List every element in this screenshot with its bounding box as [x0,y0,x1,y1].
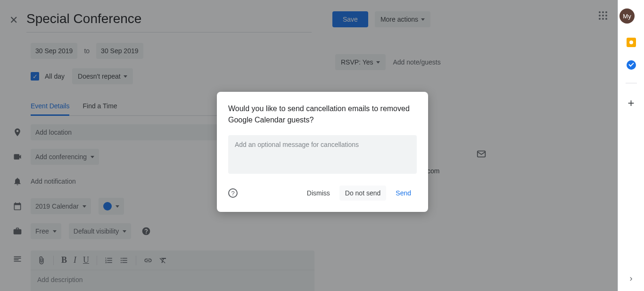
help-icon[interactable]: ? [228,188,238,198]
do-not-send-button[interactable]: Do not send [339,186,387,201]
cancellation-message-input[interactable] [228,135,417,174]
tasks-icon[interactable] [627,60,636,70]
dismiss-button[interactable]: Dismiss [301,186,336,201]
send-button[interactable]: Send [390,186,417,201]
cancellation-modal: Would you like to send cancellation emai… [217,92,428,212]
keep-icon[interactable] [627,38,636,47]
side-panel: + › [618,0,644,291]
modal-title: Would you like to send cancellation emai… [228,103,417,126]
divider [626,83,637,83]
add-addon-icon[interactable]: + [627,97,634,110]
collapse-panel-icon[interactable]: › [630,274,633,283]
account-avatar[interactable]: My [619,8,635,24]
